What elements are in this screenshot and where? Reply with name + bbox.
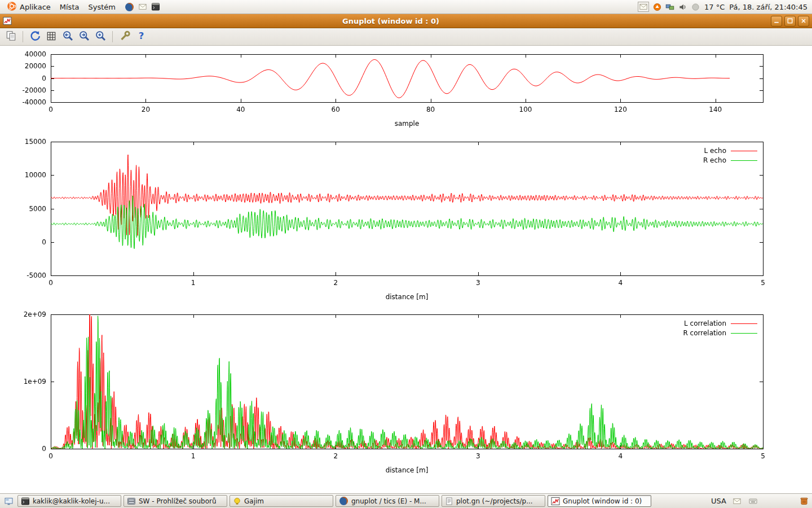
- taskbar-button-label: Gnuplot (window id : 0): [563, 497, 642, 505]
- close-icon: [800, 17, 807, 24]
- minimize-button[interactable]: [771, 16, 782, 27]
- titlebar[interactable]: Gnuplot (window id : 0): [0, 14, 812, 28]
- replot-button[interactable]: [28, 29, 42, 44]
- zoom-previous-icon: [63, 30, 73, 43]
- taskbar-button[interactable]: Gnuplot (window id : 0): [548, 495, 651, 507]
- taskbar-button-label: Gajim: [244, 497, 264, 505]
- toolbar: ?: [0, 28, 812, 46]
- text-editor-icon: [445, 497, 453, 506]
- temperature-label: 17 °C: [704, 3, 725, 11]
- firefox-launcher[interactable]: [125, 2, 134, 12]
- firefox-icon: [339, 496, 348, 506]
- taskbar-button[interactable]: gnuplot / tics (E) - M...: [336, 495, 439, 507]
- taskbar-button[interactable]: kaklik@kaklik-kolej-u...: [17, 495, 121, 507]
- volume-icon[interactable]: [678, 3, 687, 11]
- ubuntu-logo-icon: [7, 1, 17, 13]
- plot-area: [0, 46, 812, 493]
- mail-launcher[interactable]: [138, 3, 147, 11]
- taskbar-tray: USA: [711, 496, 810, 506]
- toolbar-separator: [112, 31, 113, 42]
- gnuplot-window: Gnuplot (window id : 0) ?: [0, 14, 812, 493]
- notification-area: [638, 2, 700, 12]
- panel-tray: 17 °C Pá, 18. září, 21:40:45: [638, 2, 810, 12]
- maximize-icon: [787, 17, 793, 24]
- zoom-previous-button[interactable]: [60, 29, 75, 44]
- taskbar-button[interactable]: SW - Prohlížeč souborů: [123, 495, 227, 507]
- help-button[interactable]: ?: [134, 29, 148, 44]
- copy-button[interactable]: [3, 29, 18, 44]
- update-notifier-icon[interactable]: [653, 3, 661, 11]
- zoom-next-icon: [79, 30, 90, 43]
- gnuplot-canvas[interactable]: [0, 46, 812, 493]
- copy-icon: [6, 30, 16, 43]
- svg-text:?: ?: [138, 30, 144, 41]
- panel-menus: AplikaceMístaSystém: [2, 1, 120, 14]
- applications-menu[interactable]: Aplikace: [2, 1, 55, 14]
- gnuplot-window-icon: [3, 16, 13, 25]
- desktop: AplikaceMístaSystém 17 °C Pá, 18. září, …: [0, 0, 812, 508]
- weather-icon[interactable]: [691, 3, 700, 11]
- top-panel: AplikaceMístaSystém 17 °C Pá, 18. září, …: [0, 0, 812, 14]
- system-menu-label: Systém: [88, 3, 115, 11]
- terminal-launcher[interactable]: [151, 2, 160, 11]
- gnuplot-icon: [551, 497, 560, 506]
- window-list: kaklik@kaklik-kolej-u...SW - Prohlížeč s…: [17, 495, 651, 507]
- taskbar: kaklik@kaklik-kolej-u...SW - Prohlížeč s…: [0, 493, 812, 508]
- maximize-button[interactable]: [784, 16, 796, 27]
- help-icon: ?: [136, 30, 147, 43]
- keyboard-layout-indicator[interactable]: USA: [711, 497, 726, 505]
- zoom-reset-icon: [95, 30, 106, 43]
- applications-menu-label: Aplikace: [20, 3, 51, 11]
- places-menu-label: Místa: [60, 3, 80, 11]
- mail-notification-icon[interactable]: [638, 2, 649, 12]
- window-controls: [769, 16, 809, 27]
- grid-button[interactable]: [44, 29, 59, 44]
- keyboard-tray-icon[interactable]: [748, 497, 758, 505]
- network-icon[interactable]: [665, 3, 674, 11]
- close-button[interactable]: [798, 16, 809, 27]
- zoom-reset-button[interactable]: [93, 29, 108, 44]
- mail-icon: [138, 3, 147, 11]
- show-desktop-button[interactable]: [2, 496, 15, 506]
- config-icon: [120, 30, 130, 43]
- taskbar-button-label: SW - Prohlížeč souborů: [139, 497, 217, 505]
- clock[interactable]: Pá, 18. září, 21:40:45: [729, 3, 807, 11]
- taskbar-button-label: plot.gn (~/projects/p...: [456, 497, 533, 505]
- trash-icon[interactable]: [800, 496, 809, 506]
- places-menu[interactable]: Místa: [55, 2, 84, 12]
- replot-icon: [30, 30, 41, 43]
- config-button[interactable]: [117, 29, 132, 44]
- firefox-icon: [125, 2, 134, 12]
- taskbar-button-label: kaklik@kaklik-kolej-u...: [33, 497, 110, 505]
- toolbar-separator: [23, 31, 23, 42]
- mail-tray-icon[interactable]: [732, 497, 742, 505]
- minimize-icon: [773, 17, 780, 24]
- gajim-icon: [233, 497, 241, 506]
- taskbar-button[interactable]: Gajim: [230, 495, 333, 507]
- terminal-icon: [21, 497, 30, 506]
- grid-icon: [46, 31, 56, 43]
- system-menu[interactable]: Systém: [83, 2, 120, 12]
- file-manager-icon: [127, 497, 136, 506]
- terminal-icon: [151, 2, 160, 11]
- taskbar-button[interactable]: plot.gn (~/projects/p...: [442, 495, 545, 507]
- panel-launchers: [125, 2, 160, 12]
- taskbar-button-label: gnuplot / tics (E) - M...: [351, 497, 426, 505]
- zoom-next-button[interactable]: [77, 29, 91, 44]
- window-title: Gnuplot (window id : 0): [13, 17, 769, 25]
